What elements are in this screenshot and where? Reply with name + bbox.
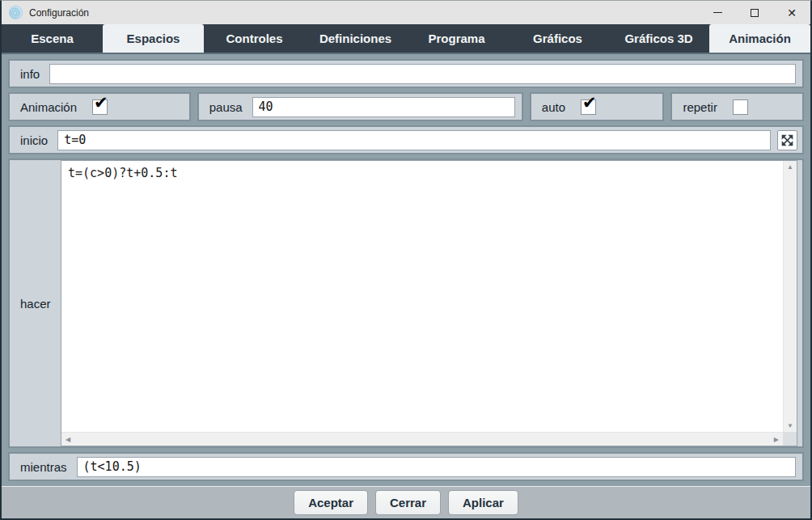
- tab-animacion[interactable]: Animación: [709, 24, 810, 53]
- tab-label: Programa: [428, 32, 484, 45]
- tab-label: Escena: [31, 32, 74, 45]
- horizontal-scrollbar[interactable]: ◀ ▶: [61, 432, 783, 446]
- hacer-row: hacer t=(c>0)?t+0.5:t ▲ ▼ ◀ ▶: [8, 159, 804, 448]
- pausa-label: pausa: [199, 100, 252, 114]
- tab-label: Controles: [226, 32, 282, 45]
- mientras-row: mientras: [8, 452, 804, 481]
- tab-escena[interactable]: Escena: [2, 24, 103, 53]
- minimize-icon: [713, 12, 722, 13]
- animacion-box: Animación ✔: [8, 92, 191, 121]
- check-icon: ✔: [582, 95, 597, 112]
- auto-label: auto: [531, 100, 575, 114]
- close-dialog-button[interactable]: Cerrar: [375, 490, 441, 515]
- repetir-label: repetir: [672, 100, 727, 114]
- info-label: info: [10, 67, 49, 81]
- scroll-left-icon[interactable]: ◀: [66, 436, 70, 443]
- info-row: info: [8, 59, 804, 88]
- close-button[interactable]: ✕: [773, 1, 810, 24]
- expand-icon: [780, 133, 794, 147]
- animation-options-row: Animación ✔ pausa auto ✔ repetir ✔: [8, 92, 804, 121]
- animacion-checkbox[interactable]: ✔: [92, 99, 108, 115]
- animation-panel: info Animación ✔ pausa auto ✔ r: [2, 53, 810, 486]
- tab-label: Espacios: [127, 32, 180, 45]
- tab-label: Definiciones: [319, 32, 391, 45]
- tab-label: Gráficos: [533, 32, 582, 45]
- repetir-checkbox[interactable]: ✔: [733, 99, 748, 115]
- auto-box: auto ✔: [530, 92, 665, 121]
- repetir-box: repetir ✔: [670, 92, 804, 121]
- apply-button[interactable]: Aplicar: [448, 490, 518, 515]
- vertical-scrollbar[interactable]: ▲ ▼: [783, 161, 797, 432]
- accept-button[interactable]: Aceptar: [294, 490, 368, 515]
- app-logo-icon: [9, 6, 23, 19]
- window-title: Configuración: [29, 7, 89, 19]
- tab-controles[interactable]: Controles: [204, 24, 305, 53]
- scrollbar-corner: [783, 432, 797, 446]
- tab-label: Animación: [729, 32, 791, 45]
- close-icon: ✕: [787, 7, 797, 19]
- maximize-button[interactable]: [736, 1, 773, 24]
- minimize-button[interactable]: [699, 1, 736, 24]
- tabbar: Escena Espacios Controles Definiciones P…: [2, 24, 810, 53]
- inicio-label: inicio: [10, 133, 57, 147]
- scroll-right-icon[interactable]: ▶: [774, 436, 779, 443]
- mientras-input[interactable]: [77, 457, 796, 477]
- inicio-input[interactable]: [57, 130, 771, 150]
- mientras-label: mientras: [10, 460, 77, 474]
- dialog-button-strip: Aceptar Cerrar Aplicar: [2, 486, 810, 518]
- tab-espacios[interactable]: Espacios: [103, 24, 204, 53]
- animacion-label: Animación: [10, 100, 87, 114]
- scroll-up-icon[interactable]: ▲: [787, 163, 793, 171]
- scroll-down-icon[interactable]: ▼: [787, 422, 793, 429]
- check-icon: ✔: [94, 95, 108, 112]
- window-controls: ✕: [699, 1, 810, 24]
- expand-editor-button[interactable]: [777, 130, 797, 150]
- auto-checkbox[interactable]: ✔: [581, 99, 596, 115]
- tab-label: Gráficos 3D: [624, 32, 692, 45]
- tab-definiciones[interactable]: Definiciones: [305, 24, 406, 53]
- hacer-label: hacer: [10, 297, 61, 311]
- maximize-icon: [751, 9, 759, 17]
- hacer-editor: t=(c>0)?t+0.5:t ▲ ▼ ◀ ▶: [61, 160, 797, 446]
- tab-graficos-3d[interactable]: Gráficos 3D: [608, 24, 709, 53]
- tab-programa[interactable]: Programa: [406, 24, 507, 53]
- hacer-textarea[interactable]: t=(c>0)?t+0.5:t: [61, 161, 783, 432]
- inicio-row: inicio: [8, 125, 804, 154]
- pausa-input[interactable]: [252, 97, 515, 117]
- config-window: Configuración ✕ Escena Espacios Controle…: [0, 0, 812, 520]
- tab-graficos[interactable]: Gráficos: [507, 24, 608, 53]
- pausa-box: pausa: [197, 92, 523, 121]
- titlebar[interactable]: Configuración ✕: [2, 1, 810, 24]
- info-input[interactable]: [49, 64, 796, 84]
